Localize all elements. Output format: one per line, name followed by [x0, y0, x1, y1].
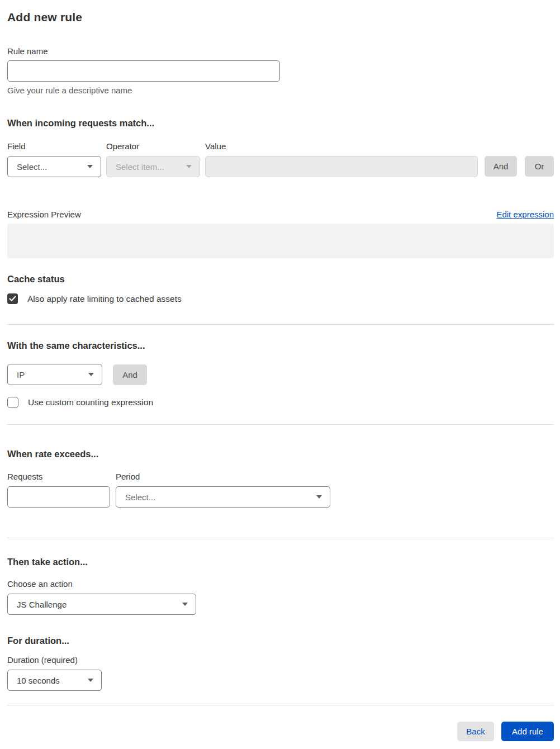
duration-select-value: 10 seconds — [17, 676, 60, 685]
rule-name-label: Rule name — [7, 46, 554, 56]
back-button[interactable]: Back — [457, 722, 494, 741]
period-select-value: Select... — [125, 492, 155, 502]
section-divider — [7, 424, 554, 425]
section-divider — [7, 538, 554, 538]
chevron-down-icon — [88, 373, 94, 376]
field-select[interactable]: Select... — [7, 156, 101, 177]
chevron-down-icon — [316, 495, 322, 499]
custom-counting-checkbox[interactable] — [7, 397, 18, 408]
choose-action-label: Choose an action — [7, 579, 554, 589]
action-select[interactable]: JS Challenge — [7, 594, 196, 615]
rule-name-helper: Give your rule a descriptive name — [7, 86, 554, 95]
edit-expression-link[interactable]: Edit expression — [496, 210, 554, 219]
action-select-value: JS Challenge — [17, 600, 67, 609]
page-title: Add new rule — [7, 0, 554, 24]
match-section-heading: When incoming requests match... — [7, 118, 554, 129]
cached-assets-checkbox-label: Also apply rate limiting to cached asset… — [27, 294, 182, 304]
operator-label: Operator — [106, 141, 200, 151]
or-button[interactable]: Or — [525, 156, 554, 177]
operator-select: Select item... — [106, 156, 200, 177]
duration-label: Duration (required) — [7, 655, 554, 665]
chevron-down-icon — [182, 603, 188, 606]
duration-heading: For duration... — [7, 636, 554, 646]
characteristics-and-button[interactable]: And — [113, 364, 147, 385]
requests-label: Requests — [7, 472, 110, 481]
rate-heading: When rate exceeds... — [7, 449, 554, 459]
chevron-down-icon — [87, 165, 93, 168]
footer-divider — [7, 705, 554, 705]
value-input — [205, 156, 478, 177]
check-icon — [9, 296, 16, 302]
characteristics-select[interactable]: IP — [7, 364, 102, 385]
chevron-down-icon — [186, 165, 192, 168]
requests-input[interactable] — [7, 486, 110, 508]
field-select-value: Select... — [17, 162, 47, 172]
cached-assets-checkbox[interactable] — [7, 293, 18, 304]
operator-select-value: Select item... — [116, 162, 164, 172]
period-select[interactable]: Select... — [116, 486, 330, 508]
characteristics-heading: With the same characteristics... — [7, 340, 554, 351]
characteristics-select-value: IP — [17, 370, 25, 380]
expression-preview-box — [7, 224, 554, 258]
section-divider — [7, 324, 554, 325]
field-label: Field — [7, 141, 101, 151]
value-label: Value — [205, 141, 478, 151]
chevron-down-icon — [88, 679, 93, 682]
action-heading: Then take action... — [7, 557, 554, 567]
rule-name-input[interactable] — [7, 60, 280, 82]
period-label: Period — [116, 472, 330, 481]
add-rule-button[interactable]: Add rule — [501, 722, 554, 741]
cache-status-heading: Cache status — [7, 274, 554, 285]
duration-select[interactable]: 10 seconds — [7, 670, 102, 691]
custom-counting-checkbox-label: Use custom counting expression — [28, 397, 153, 407]
expression-preview-label: Expression Preview — [7, 210, 81, 219]
and-button[interactable]: And — [485, 156, 517, 177]
